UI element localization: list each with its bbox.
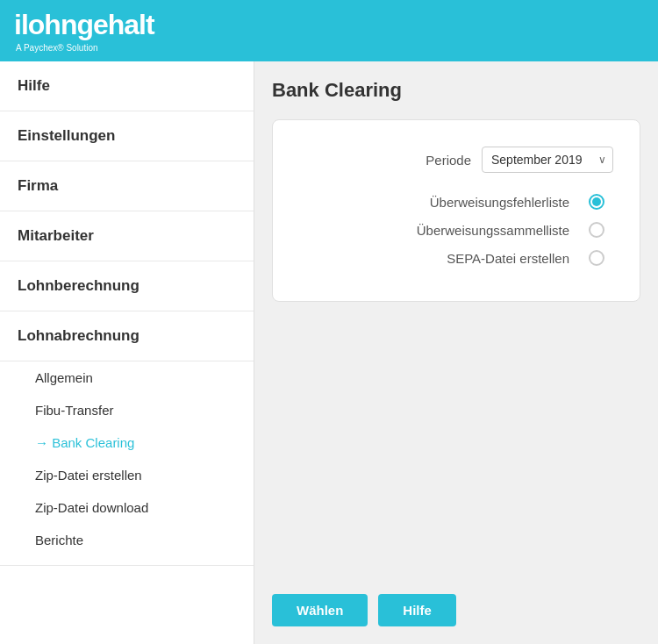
logo-sub: A Paychex® Solution (16, 43, 98, 53)
period-row: Periode September 2019 August 2019 Juli … (299, 147, 613, 173)
radio-row-ueberweisungsfehlerliste[interactable]: Überweisungsfehlerliste (430, 194, 604, 210)
sidebar-item-einstellungen[interactable]: Einstellungen (0, 111, 254, 161)
radio-label-sepa-datei: SEPA-Datei erstellen (447, 251, 569, 266)
sidebar-sub-group: Allgemein Fibu-Transfer Bank Clearing Zi… (0, 361, 254, 566)
period-label: Periode (426, 153, 471, 168)
sidebar: Hilfe Einstellungen Firma Mitarbeiter Lo… (0, 61, 254, 644)
content-footer: Wählen Hilfe (272, 576, 640, 626)
sidebar-item-allgemein[interactable]: Allgemein (0, 361, 254, 394)
radio-row-ueberweisungssammelliste[interactable]: Überweisungssammelliste (417, 222, 604, 238)
period-select-wrapper[interactable]: September 2019 August 2019 Juli 2019 (482, 147, 613, 173)
sidebar-item-lohnabrechnung[interactable]: Lohnabrechnung (0, 311, 254, 361)
content-area: Bank Clearing Periode September 2019 Aug… (254, 61, 658, 644)
sidebar-item-bank-clearing[interactable]: Bank Clearing (0, 426, 254, 459)
logo: ilohngehalt A Paychex® Solution (14, 9, 154, 53)
radio-group: Überweisungsfehlerliste Überweisungssamm… (299, 194, 613, 266)
sidebar-item-mitarbeiter[interactable]: Mitarbeiter (0, 211, 254, 261)
app-header: ilohngehalt A Paychex® Solution (0, 0, 658, 61)
main-layout: Hilfe Einstellungen Firma Mitarbeiter Lo… (0, 61, 658, 644)
page-title: Bank Clearing (272, 79, 640, 102)
sidebar-item-berichte[interactable]: Berichte (0, 524, 254, 556)
sidebar-item-fibu-transfer[interactable]: Fibu-Transfer (0, 394, 254, 426)
radio-row-sepa-datei[interactable]: SEPA-Datei erstellen (447, 250, 604, 266)
form-card: Periode September 2019 August 2019 Juli … (272, 119, 640, 302)
radio-label-ueberweisungssammelliste: Überweisungssammelliste (417, 223, 569, 238)
radio-btn-sepa-datei[interactable] (589, 250, 604, 266)
logo-text: ilohngehalt (14, 9, 154, 41)
hilfe-button[interactable]: Hilfe (378, 594, 456, 626)
sidebar-item-zip-erstellen[interactable]: Zip-Datei erstellen (0, 459, 254, 491)
period-select[interactable]: September 2019 August 2019 Juli 2019 (482, 147, 613, 173)
sidebar-item-zip-download[interactable]: Zip-Datei download (0, 491, 254, 524)
sidebar-item-lohnberechnung[interactable]: Lohnberechnung (0, 261, 254, 311)
radio-btn-ueberweisungssammelliste[interactable] (589, 222, 604, 238)
radio-label-ueberweisungsfehlerliste: Überweisungsfehlerliste (430, 195, 569, 210)
sidebar-item-firma[interactable]: Firma (0, 161, 254, 211)
sidebar-item-hilfe[interactable]: Hilfe (0, 61, 254, 111)
waehlen-button[interactable]: Wählen (272, 594, 368, 626)
radio-btn-ueberweisungsfehlerliste[interactable] (589, 194, 604, 210)
